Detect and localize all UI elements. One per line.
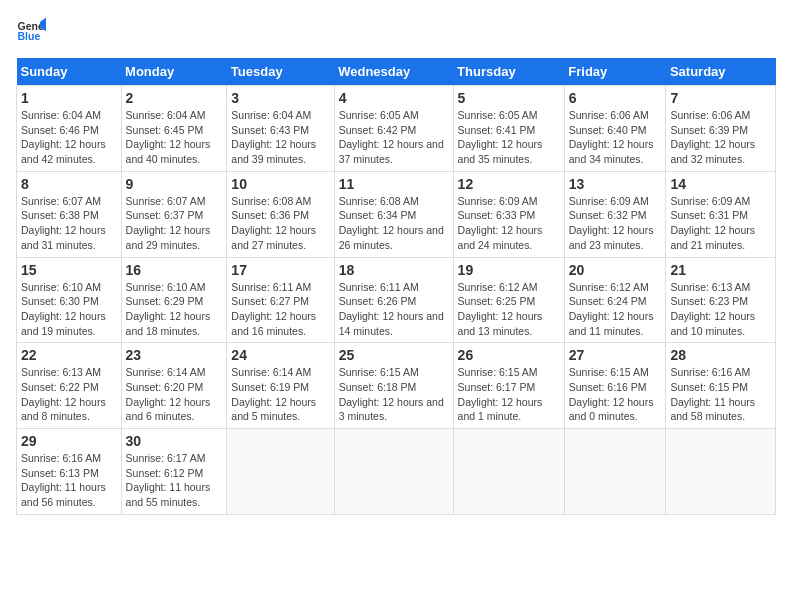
week-row: 8 Sunrise: 6:07 AM Sunset: 6:38 PM Dayli… (17, 171, 776, 257)
week-row: 1 Sunrise: 6:04 AM Sunset: 6:46 PM Dayli… (17, 86, 776, 172)
day-cell-17: 17 Sunrise: 6:11 AM Sunset: 6:27 PM Dayl… (227, 257, 334, 343)
week-row: 15 Sunrise: 6:10 AM Sunset: 6:30 PM Dayl… (17, 257, 776, 343)
col-monday: Monday (121, 58, 227, 86)
day-cell-5: 5 Sunrise: 6:05 AM Sunset: 6:41 PM Dayli… (453, 86, 564, 172)
logo: General Blue (16, 16, 50, 46)
day-cell-21: 21 Sunrise: 6:13 AM Sunset: 6:23 PM Dayl… (666, 257, 776, 343)
day-cell-2: 2 Sunrise: 6:04 AM Sunset: 6:45 PM Dayli… (121, 86, 227, 172)
day-cell-9: 9 Sunrise: 6:07 AM Sunset: 6:37 PM Dayli… (121, 171, 227, 257)
day-cell-3: 3 Sunrise: 6:04 AM Sunset: 6:43 PM Dayli… (227, 86, 334, 172)
empty-cell (564, 429, 666, 515)
day-cell-30: 30 Sunrise: 6:17 AM Sunset: 6:12 PM Dayl… (121, 429, 227, 515)
svg-text:Blue: Blue (18, 30, 41, 42)
week-row: 29 Sunrise: 6:16 AM Sunset: 6:13 PM Dayl… (17, 429, 776, 515)
day-cell-20: 20 Sunrise: 6:12 AM Sunset: 6:24 PM Dayl… (564, 257, 666, 343)
week-row: 22 Sunrise: 6:13 AM Sunset: 6:22 PM Dayl… (17, 343, 776, 429)
col-friday: Friday (564, 58, 666, 86)
empty-cell (227, 429, 334, 515)
day-cell-8: 8 Sunrise: 6:07 AM Sunset: 6:38 PM Dayli… (17, 171, 122, 257)
logo-icon: General Blue (16, 16, 46, 46)
day-cell-27: 27 Sunrise: 6:15 AM Sunset: 6:16 PM Dayl… (564, 343, 666, 429)
day-cell-24: 24 Sunrise: 6:14 AM Sunset: 6:19 PM Dayl… (227, 343, 334, 429)
day-cell-18: 18 Sunrise: 6:11 AM Sunset: 6:26 PM Dayl… (334, 257, 453, 343)
empty-cell (334, 429, 453, 515)
col-thursday: Thursday (453, 58, 564, 86)
day-cell-1: 1 Sunrise: 6:04 AM Sunset: 6:46 PM Dayli… (17, 86, 122, 172)
col-tuesday: Tuesday (227, 58, 334, 86)
day-cell-23: 23 Sunrise: 6:14 AM Sunset: 6:20 PM Dayl… (121, 343, 227, 429)
col-saturday: Saturday (666, 58, 776, 86)
day-cell-12: 12 Sunrise: 6:09 AM Sunset: 6:33 PM Dayl… (453, 171, 564, 257)
day-cell-14: 14 Sunrise: 6:09 AM Sunset: 6:31 PM Dayl… (666, 171, 776, 257)
calendar-table: Sunday Monday Tuesday Wednesday Thursday… (16, 58, 776, 515)
day-cell-29: 29 Sunrise: 6:16 AM Sunset: 6:13 PM Dayl… (17, 429, 122, 515)
day-cell-13: 13 Sunrise: 6:09 AM Sunset: 6:32 PM Dayl… (564, 171, 666, 257)
day-cell-15: 15 Sunrise: 6:10 AM Sunset: 6:30 PM Dayl… (17, 257, 122, 343)
day-cell-16: 16 Sunrise: 6:10 AM Sunset: 6:29 PM Dayl… (121, 257, 227, 343)
day-cell-22: 22 Sunrise: 6:13 AM Sunset: 6:22 PM Dayl… (17, 343, 122, 429)
header-row: Sunday Monday Tuesday Wednesday Thursday… (17, 58, 776, 86)
day-cell-25: 25 Sunrise: 6:15 AM Sunset: 6:18 PM Dayl… (334, 343, 453, 429)
empty-cell (453, 429, 564, 515)
day-cell-7: 7 Sunrise: 6:06 AM Sunset: 6:39 PM Dayli… (666, 86, 776, 172)
day-cell-26: 26 Sunrise: 6:15 AM Sunset: 6:17 PM Dayl… (453, 343, 564, 429)
day-cell-10: 10 Sunrise: 6:08 AM Sunset: 6:36 PM Dayl… (227, 171, 334, 257)
day-cell-4: 4 Sunrise: 6:05 AM Sunset: 6:42 PM Dayli… (334, 86, 453, 172)
page-header: General Blue (16, 16, 776, 46)
day-cell-19: 19 Sunrise: 6:12 AM Sunset: 6:25 PM Dayl… (453, 257, 564, 343)
day-cell-6: 6 Sunrise: 6:06 AM Sunset: 6:40 PM Dayli… (564, 86, 666, 172)
day-cell-28: 28 Sunrise: 6:16 AM Sunset: 6:15 PM Dayl… (666, 343, 776, 429)
empty-cell (666, 429, 776, 515)
col-sunday: Sunday (17, 58, 122, 86)
col-wednesday: Wednesday (334, 58, 453, 86)
day-cell-11: 11 Sunrise: 6:08 AM Sunset: 6:34 PM Dayl… (334, 171, 453, 257)
